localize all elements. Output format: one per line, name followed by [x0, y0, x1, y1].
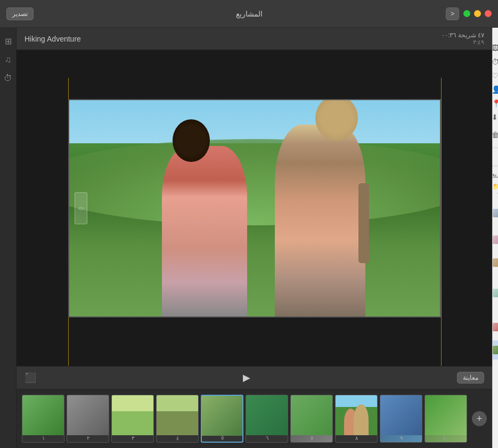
- project-time: ٣:٤٩: [442, 39, 484, 46]
- sidebar-project-alaska[interactable]: Alaska Book Proj...: [492, 200, 498, 226]
- filmstrip-slide-6[interactable]: ٦: [246, 395, 288, 443]
- filmstrip-slide-4[interactable]: ٤: [156, 395, 199, 443]
- slide-num-3: ٣: [112, 435, 153, 441]
- my-projects-icon: 📁▾: [493, 183, 498, 198]
- controls-bar: ⬛ ▶ معاينة: [17, 366, 492, 389]
- filmstrip-slide-2[interactable]: ٢: [67, 395, 109, 443]
- left-toolbar: ⊞ ♫ ⏱: [0, 28, 17, 448]
- help-button[interactable]: معاينة: [457, 372, 484, 384]
- music-icon[interactable]: ♫: [0, 52, 16, 68]
- minimize-button[interactable]: [474, 10, 481, 17]
- slide-num-9: ٩: [380, 435, 422, 441]
- sidebar-project-ontop[interactable]: On top of the W...: [492, 272, 498, 314]
- center-area: ٤٧ شريحة ٠٠:٣٦ ٣:٤٩ Hiking Adventure: [17, 28, 492, 448]
- slide-indicator: ▭: [75, 192, 87, 224]
- slide-num-5: ٥: [202, 435, 242, 441]
- filmstrip-slide-9[interactable]: ٩: [380, 395, 422, 443]
- ontop-thumb: [493, 289, 498, 297]
- preview-area: ▭: [17, 50, 492, 366]
- filmstrip-slide-7[interactable]: ٧: [290, 395, 333, 443]
- play-button[interactable]: ▶: [238, 369, 255, 386]
- projects-section-header: المشاريع: [492, 168, 498, 181]
- sidebar-project-hiking[interactable]: Hiking Adventure: [492, 340, 498, 360]
- alaska-thumb: [493, 209, 498, 217]
- sidebar-item-photos[interactable]: الصور 🖼: [492, 41, 498, 55]
- memories-icon: ⏱: [492, 58, 498, 66]
- controls-center: ▶: [238, 369, 255, 386]
- hiking-thumb: [493, 346, 498, 354]
- slide-num-4: ٤: [157, 435, 198, 441]
- filmstrip-slide-10[interactable]: ١٠: [424, 395, 467, 443]
- main-layout: ⊞ ♫ ⏱ ٤٧ شريحة ٠٠:٣٦ ٣:٤٩ Hiking Adventu…: [0, 28, 498, 448]
- close-button[interactable]: [485, 10, 492, 17]
- library-section-header: المكتبة: [492, 28, 498, 41]
- filmstrip-slide-8[interactable]: ٨: [335, 395, 378, 443]
- timer-icon[interactable]: ⏱: [0, 70, 16, 86]
- sidebar-item-memories[interactable]: الذكريات ⏱: [492, 55, 498, 69]
- sidebar-divider-albums: [493, 148, 498, 148]
- guide-line-vertical-right: [441, 78, 442, 366]
- filmstrip: + ١٠ ٩ ٨ ٧: [17, 389, 492, 448]
- nav-forward-button[interactable]: >: [446, 7, 459, 20]
- pup-thumb: [493, 258, 498, 267]
- titlebar: تصدير المشاريع >: [0, 0, 498, 28]
- places-icon: 📍: [492, 99, 498, 108]
- sidebar-item-people[interactable]: الأشخاص 👤: [492, 83, 498, 96]
- slide-num-7: ٧: [291, 435, 332, 441]
- deleted-icon: 🗑: [492, 131, 498, 139]
- maximize-button[interactable]: [463, 10, 470, 17]
- slide-info: ٤٧ شريحة ٠٠:٣٦ ٣:٤٩: [442, 31, 484, 46]
- filmstrip-slide-5[interactable]: ٥: [201, 395, 243, 443]
- slide-num-6: ٦: [246, 435, 288, 441]
- layout-icon[interactable]: ⊞: [0, 33, 16, 49]
- export-button[interactable]: تصدير: [6, 7, 34, 20]
- slide-num-8: ٨: [336, 435, 377, 441]
- people-icon: 👤: [492, 85, 498, 94]
- slide-num-2: ٢: [67, 435, 109, 441]
- sidebar-item-favorites[interactable]: المفضلة ♡: [492, 69, 498, 83]
- sidebar-project-cny[interactable]: Chinese New Year: [492, 314, 498, 340]
- project-title: Hiking Adventure: [25, 35, 81, 43]
- slide-num-1: ١: [22, 435, 64, 441]
- folder-button[interactable]: ⬛: [25, 372, 36, 384]
- preview-frame[interactable]: ▭: [68, 99, 441, 317]
- favorites-icon: ♡: [492, 71, 498, 80]
- right-sidebar: المكتبة الصور 🖼 الذكريات ⏱ المفضلة ♡ الأ…: [492, 28, 498, 448]
- sidebar-item-imports[interactable]: المستوردة ⬇: [492, 110, 498, 124]
- slide-count: ٤٧ شريحة ٠٠:٣٦: [442, 31, 484, 39]
- slide-num-10: ١٠: [425, 435, 467, 441]
- sidebar-divider-projects: [493, 166, 498, 166]
- filmstrip-slide-1[interactable]: ١: [22, 395, 64, 443]
- controls-right: معاينة: [457, 372, 484, 384]
- sidebar-projects-mine-header[interactable]: مشاريعي 📁▾: [492, 181, 498, 200]
- sidebar-project-pup[interactable]: The Pup: [492, 253, 498, 272]
- projects-label: المشاريع: [492, 171, 498, 178]
- imports-icon: ⬇: [492, 113, 498, 121]
- sidebar-project-birthday[interactable]: Happy Birthday _: [492, 226, 498, 253]
- sidebar-item-places[interactable]: الأماكن 📍: [492, 96, 498, 110]
- cny-thumb: [493, 323, 498, 331]
- window-controls: [463, 10, 492, 17]
- albums-section-header: الألبومات: [492, 150, 498, 164]
- birthday-thumb: [493, 235, 498, 244]
- project-header: ٤٧ شريحة ٠٠:٣٦ ٣:٤٩ Hiking Adventure: [17, 28, 492, 50]
- add-slide-button[interactable]: +: [472, 411, 487, 426]
- sidebar-item-recently-deleted[interactable]: محذوفة مؤخراً 🗑: [492, 124, 498, 145]
- filmstrip-slide-3[interactable]: ٣: [111, 395, 154, 443]
- photos-icon: 🖼: [492, 44, 498, 52]
- titlebar-right: >: [446, 7, 492, 20]
- titlebar-title: المشاريع: [236, 10, 263, 18]
- titlebar-left: تصدير: [6, 7, 34, 20]
- controls-left: ⬛: [25, 372, 36, 384]
